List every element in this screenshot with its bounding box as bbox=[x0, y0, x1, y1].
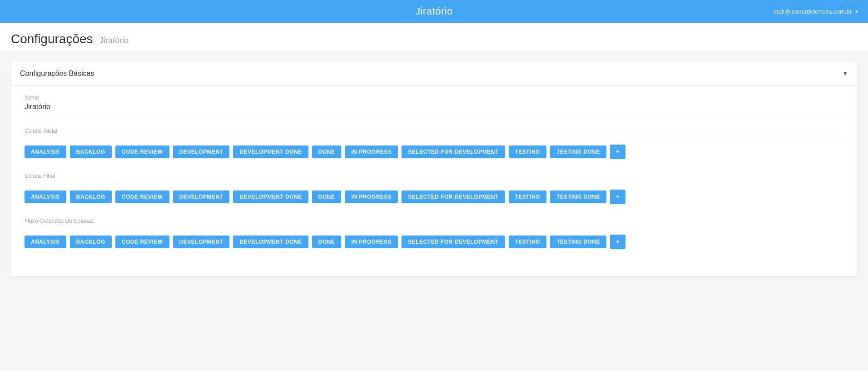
tag-btn-coluna-final-5[interactable]: DONE bbox=[312, 191, 342, 203]
tags-row-fluxo-ordenado: ANALYSISBACKLOGCODE REVIEWDEVELOPMENTDEV… bbox=[25, 235, 843, 249]
section-coluna-inicial: Coluna InicialANALYSISBACKLOGCODE REVIEW… bbox=[25, 128, 843, 159]
tag-btn-fluxo-ordenado-8[interactable]: TESTING bbox=[509, 236, 547, 248]
add-tag-btn-fluxo-ordenado[interactable]: + bbox=[610, 235, 625, 249]
tag-btn-coluna-inicial-6[interactable]: IN PROGRESS bbox=[345, 145, 398, 158]
section-divider-coluna-final bbox=[25, 183, 843, 183]
tag-btn-coluna-inicial-9[interactable]: TESTING DONE bbox=[550, 145, 606, 158]
tag-btn-fluxo-ordenado-4[interactable]: DEVELOPMENT DONE bbox=[233, 236, 308, 248]
tag-btn-coluna-final-6[interactable]: IN PROGRESS bbox=[345, 191, 398, 203]
tag-btn-coluna-final-4[interactable]: DEVELOPMENT DONE bbox=[233, 191, 308, 203]
section-divider-coluna-inicial bbox=[25, 138, 843, 138]
tag-btn-coluna-final-2[interactable]: CODE REVIEW bbox=[115, 191, 169, 203]
main-content: Configurações Básicas ▼ Nome Jiratório C… bbox=[0, 51, 868, 287]
add-tag-btn-coluna-inicial[interactable]: + bbox=[610, 145, 625, 159]
app-header: Jiratório mail@leonardoferreira.com.br ▼ bbox=[0, 0, 868, 23]
tag-btn-coluna-inicial-5[interactable]: DONE bbox=[312, 145, 342, 158]
section-fluxo-ordenado: Fluxo Ordenado De ColunasANALYSISBACKLOG… bbox=[25, 218, 843, 249]
nome-label: Nome bbox=[25, 95, 843, 101]
section-label-coluna-inicial: Coluna Inicial bbox=[25, 128, 843, 134]
tag-btn-coluna-final-1[interactable]: BACKLOG bbox=[70, 191, 112, 203]
tag-btn-coluna-final-9[interactable]: TESTING DONE bbox=[550, 191, 606, 203]
card-header[interactable]: Configurações Básicas ▼ bbox=[11, 62, 857, 85]
section-coluna-final: Coluna FinalANALYSISBACKLOGCODE REVIEWDE… bbox=[25, 173, 843, 204]
section-label-coluna-final: Coluna Final bbox=[25, 173, 843, 179]
tag-btn-fluxo-ordenado-1[interactable]: BACKLOG bbox=[70, 236, 112, 248]
app-title: Jiratório bbox=[415, 5, 453, 17]
tag-btn-coluna-inicial-1[interactable]: BACKLOG bbox=[70, 145, 112, 158]
tag-btn-fluxo-ordenado-3[interactable]: DEVELOPMENT bbox=[173, 236, 230, 248]
card-body: Nome Jiratório Coluna InicialANALYSISBAC… bbox=[11, 85, 857, 276]
tag-btn-coluna-final-0[interactable]: ANALYSIS bbox=[25, 191, 66, 203]
tags-row-coluna-final: ANALYSISBACKLOGCODE REVIEWDEVELOPMENTDEV… bbox=[25, 190, 843, 204]
tag-btn-fluxo-ordenado-6[interactable]: IN PROGRESS bbox=[345, 236, 398, 248]
tag-btn-coluna-inicial-8[interactable]: TESTING bbox=[509, 145, 547, 158]
tag-btn-fluxo-ordenado-0[interactable]: ANALYSIS bbox=[25, 236, 66, 248]
tag-btn-coluna-final-8[interactable]: TESTING bbox=[509, 191, 547, 203]
tag-btn-fluxo-ordenado-2[interactable]: CODE REVIEW bbox=[115, 236, 169, 248]
tag-btn-coluna-final-3[interactable]: DEVELOPMENT bbox=[173, 191, 230, 203]
user-menu[interactable]: mail@leonardoferreira.com.br ▼ bbox=[774, 8, 859, 15]
nome-value[interactable]: Jiratório bbox=[25, 103, 843, 114]
section-divider-fluxo-ordenado bbox=[25, 228, 843, 228]
tag-btn-fluxo-ordenado-7[interactable]: SELECTED FOR DEVELOPMENT bbox=[402, 236, 505, 248]
card-header-label: Configurações Básicas bbox=[20, 70, 94, 78]
tag-btn-fluxo-ordenado-5[interactable]: DONE bbox=[312, 236, 342, 248]
user-email: mail@leonardoferreira.com.br bbox=[774, 8, 852, 15]
tag-btn-coluna-inicial-2[interactable]: CODE REVIEW bbox=[115, 145, 169, 158]
tag-btn-fluxo-ordenado-9[interactable]: TESTING DONE bbox=[550, 236, 606, 248]
card-header-chevron-icon: ▼ bbox=[843, 70, 848, 77]
tag-btn-coluna-inicial-0[interactable]: ANALYSIS bbox=[25, 145, 66, 158]
tags-row-coluna-inicial: ANALYSISBACKLOGCODE REVIEWDEVELOPMENTDEV… bbox=[25, 145, 843, 159]
tag-btn-coluna-inicial-7[interactable]: SELECTED FOR DEVELOPMENT bbox=[402, 145, 505, 158]
tag-btn-coluna-inicial-3[interactable]: DEVELOPMENT bbox=[173, 145, 230, 158]
page-title-area: Configurações Jiratório bbox=[0, 23, 868, 51]
nome-field-group: Nome Jiratório bbox=[25, 95, 843, 114]
page-title: Configurações bbox=[11, 32, 93, 46]
user-chevron-icon: ▼ bbox=[854, 9, 859, 14]
tag-btn-coluna-inicial-4[interactable]: DEVELOPMENT DONE bbox=[233, 145, 308, 158]
settings-card: Configurações Básicas ▼ Nome Jiratório C… bbox=[11, 62, 857, 276]
tag-btn-coluna-final-7[interactable]: SELECTED FOR DEVELOPMENT bbox=[402, 191, 505, 203]
page-subtitle: Jiratório bbox=[99, 36, 129, 45]
add-tag-btn-coluna-final[interactable]: + bbox=[610, 190, 625, 204]
sections-container: Coluna InicialANALYSISBACKLOGCODE REVIEW… bbox=[25, 128, 843, 249]
section-label-fluxo-ordenado: Fluxo Ordenado De Colunas bbox=[25, 218, 843, 224]
